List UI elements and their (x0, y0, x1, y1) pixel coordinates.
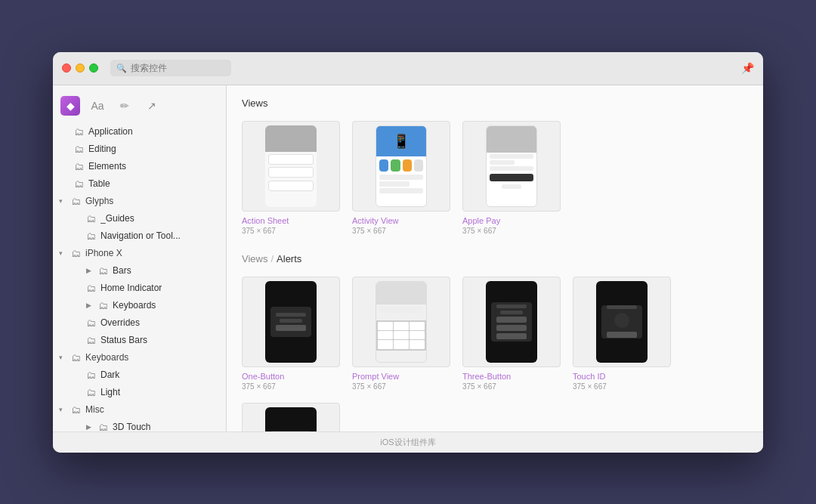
card-touch-id[interactable]: Touch ID 375 × 667 (573, 277, 671, 391)
footer-bar: iOS设计组件库 (53, 431, 763, 453)
arrow-icon-button[interactable]: ↗ (142, 96, 162, 116)
pin-icon: 📌 (741, 62, 754, 74)
card-apple-pay[interactable]: Apple Pay 375 × 667 (462, 121, 561, 235)
folder-icon: 🗂 (71, 196, 81, 207)
search-bar[interactable]: 🔍 (110, 60, 231, 76)
chevron-down-icon: ▾ (59, 249, 66, 257)
minimize-button[interactable] (76, 63, 85, 73)
sidebar-item-label: Dark (100, 369, 217, 380)
prompt-phone-mockup (376, 281, 427, 363)
sidebar-item-label: Home Indicator (100, 283, 217, 293)
card-label: Touch ID (573, 372, 671, 381)
sidebar-item-navigation[interactable]: 🗂 Navigation or Tool... (53, 227, 226, 245)
search-input[interactable] (131, 63, 225, 73)
text-icon-button[interactable]: Aa (88, 96, 107, 116)
card-three-button[interactable]: Three-Button 375 × 667 (462, 277, 561, 391)
sidebar-item-glyphs[interactable]: ▾ 🗂 Glyphs (53, 193, 226, 210)
breadcrumb-item-views: Views (242, 253, 267, 264)
folder-icon: 🗂 (86, 387, 96, 398)
sidebar-item-keyboards2[interactable]: ▾ 🗂 Keyboards (53, 349, 226, 366)
sidebar-item-label: Application (88, 126, 217, 137)
card-thumbnail (352, 277, 450, 367)
card-prompt-view[interactable]: Prompt View 375 × 667 (352, 277, 450, 391)
sidebar-item-light[interactable]: 🗂 Light (53, 384, 226, 401)
sidebar-toolbar: ◆ Aa ✏ ↗ (53, 91, 226, 120)
card-size: 375 × 667 (352, 227, 450, 235)
apple-pay-mockup (486, 125, 537, 207)
card-thumbnail: 📱 (352, 121, 450, 212)
folder-icon: 🗂 (86, 335, 96, 346)
chevron-down-icon: ▾ (59, 406, 66, 413)
card-action-sheet[interactable]: Action Sheet 375 × 667 (242, 121, 340, 235)
dark-phone-mockup (486, 281, 537, 363)
sidebar-item-home-indicator[interactable]: 🗂 Home Indicator (53, 280, 226, 297)
card-thumbnail (462, 121, 561, 212)
sidebar-item-label: _Guides (100, 213, 217, 224)
folder-icon: 🗂 (98, 300, 108, 311)
content-area: ◆ Aa ✏ ↗ 🗂 Application 🗂 Editing 🗂 Eleme… (53, 85, 763, 431)
search-icon: 🔍 (116, 63, 127, 73)
sidebar-item-label: Misc (85, 404, 217, 415)
card-thumbnail (573, 277, 671, 367)
sidebar-item-editing[interactable]: 🗂 Editing (53, 141, 226, 158)
pen-icon-button[interactable]: ✏ (115, 96, 134, 116)
chevron-down-icon: ▾ (59, 354, 66, 361)
sidebar-item-label: Overrides (100, 317, 217, 328)
card-size: 375 × 667 (462, 382, 561, 391)
alerts-section: Views / Alerts (242, 253, 748, 431)
dark-phone-mockup (596, 281, 648, 363)
sidebar-item-status-bars[interactable]: 🗂 Status Bars (53, 332, 226, 349)
sidebar-item-label: Keyboards (85, 352, 217, 363)
card-one-button[interactable]: One-Button 375 × 667 (242, 277, 340, 391)
card-thumbnail (242, 277, 340, 367)
views-grid: Action Sheet 375 × 667 📱 (242, 121, 748, 235)
card-activity-view[interactable]: 📱 (352, 121, 450, 235)
card-thumbnail (462, 277, 561, 367)
sidebar-item-iphonex[interactable]: ▾ 🗂 iPhone X (53, 245, 226, 262)
dark-phone-mockup (265, 281, 317, 363)
card-two-button[interactable]: Two-Button 375 × 667 (242, 403, 340, 431)
folder-icon: 🗂 (86, 369, 96, 381)
sidebar-item-elements[interactable]: 🗂 Elements (53, 158, 226, 175)
sidebar: ◆ Aa ✏ ↗ 🗂 Application 🗂 Editing 🗂 Eleme… (53, 85, 227, 431)
sidebar-item-guides[interactable]: 🗂 _Guides (53, 210, 226, 227)
folder-icon: 🗂 (98, 265, 108, 277)
sidebar-item-dark[interactable]: 🗂 Dark (53, 366, 226, 384)
footer-label: iOS设计组件库 (380, 438, 435, 447)
folder-icon: 🗂 (86, 283, 96, 294)
sidebar-item-overrides[interactable]: 🗂 Overrides (53, 314, 226, 332)
chevron-right-icon: ▶ (86, 267, 94, 274)
sidebar-item-label: Editing (88, 144, 217, 154)
breadcrumb-separator: / (270, 253, 274, 264)
breadcrumb-item-alerts: Alerts (277, 253, 301, 264)
traffic-lights (62, 63, 98, 73)
titlebar: 🔍 📌 (53, 52, 763, 85)
sidebar-item-3dtouch[interactable]: ▶ 🗂 3D Touch (53, 419, 226, 431)
dark-phone-mockup (265, 407, 317, 431)
card-label: Prompt View (352, 372, 450, 381)
chevron-right-icon: ▶ (86, 301, 94, 309)
folder-icon: 🗂 (86, 230, 96, 242)
sidebar-item-bars[interactable]: ▶ 🗂 Bars (53, 262, 226, 280)
maximize-button[interactable] (89, 63, 98, 73)
sidebar-item-label: Table (88, 178, 217, 189)
folder-icon: 🗂 (86, 317, 96, 329)
folder-icon: 🗂 (86, 213, 96, 224)
card-label: Apple Pay (462, 216, 561, 225)
sidebar-item-table[interactable]: 🗂 Table (53, 175, 226, 193)
close-button[interactable] (62, 63, 71, 73)
card-label: Action Sheet (242, 216, 340, 225)
diamond-icon-button[interactable]: ◆ (60, 96, 80, 116)
card-size: 375 × 667 (352, 382, 450, 391)
folder-icon: 🗂 (74, 161, 84, 172)
app-window: 🔍 📌 ◆ Aa ✏ ↗ 🗂 Application (53, 52, 763, 453)
folder-icon: 🗂 (98, 422, 108, 431)
views-section: Views (242, 97, 748, 235)
sidebar-item-keyboards[interactable]: ▶ 🗂 Keyboards (53, 297, 226, 314)
chevron-right-icon: ▶ (86, 423, 94, 431)
sidebar-item-misc[interactable]: ▾ 🗂 Misc (53, 401, 226, 419)
alerts-grid: One-Button 375 × 667 (242, 277, 748, 431)
sidebar-item-application[interactable]: 🗂 Application (53, 123, 226, 141)
sidebar-item-label: Keyboards (113, 300, 217, 311)
sidebar-item-label: Glyphs (85, 196, 217, 206)
